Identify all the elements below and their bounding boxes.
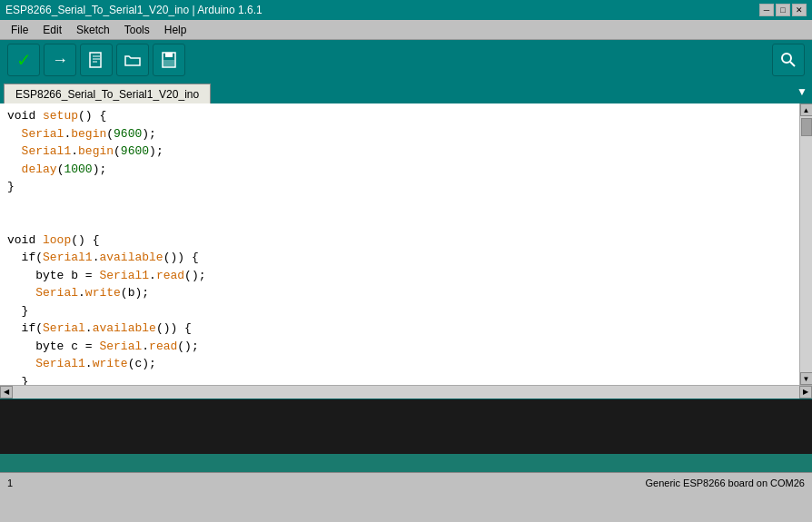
svg-point-7 xyxy=(782,54,791,63)
svg-rect-5 xyxy=(165,53,173,57)
menu-bar: File Edit Sketch Tools Help xyxy=(0,20,812,40)
menu-file[interactable]: File xyxy=(4,22,35,38)
tab-bar: ESP8266_Serial_To_Serial1_V20_ino ▼ xyxy=(0,80,812,103)
title-bar-controls: ─ □ ✕ xyxy=(759,4,807,16)
vertical-scrollbar[interactable]: ▲ ▼ xyxy=(799,103,812,385)
tab-label: ESP8266_Serial_To_Serial1_V20_ino xyxy=(15,88,199,101)
title-bar: ESP8266_Serial_To_Serial1_V20_ino | Ardu… xyxy=(0,0,812,20)
scroll-up-arrow[interactable]: ▲ xyxy=(800,103,813,116)
menu-help[interactable]: Help xyxy=(157,22,194,38)
scroll-left-arrow[interactable]: ◀ xyxy=(0,386,13,399)
console-output xyxy=(0,399,812,454)
new-button[interactable] xyxy=(80,44,113,76)
svg-line-8 xyxy=(790,62,795,66)
save-icon xyxy=(160,51,178,69)
menu-sketch[interactable]: Sketch xyxy=(69,22,117,38)
status-bar: 1 Generic ESP8266 board on COM26 xyxy=(0,472,812,492)
maximize-button[interactable]: □ xyxy=(776,4,790,16)
scroll-right-arrow[interactable]: ▶ xyxy=(799,386,812,399)
verify-button[interactable]: ✓ xyxy=(7,44,40,76)
new-icon xyxy=(87,51,105,69)
search-icon xyxy=(779,51,797,69)
svg-rect-0 xyxy=(90,53,101,67)
horizontal-scrollbar[interactable]: ◀ ▶ xyxy=(0,385,812,398)
scroll-thumb[interactable] xyxy=(801,118,812,136)
search-button[interactable] xyxy=(772,44,805,76)
menu-edit[interactable]: Edit xyxy=(35,22,69,38)
save-button[interactable] xyxy=(153,44,185,76)
editor-content[interactable]: void setup() { Serial.begin(9600); Seria… xyxy=(0,103,799,385)
tab-dropdown-button[interactable]: ▼ xyxy=(792,80,812,103)
open-icon xyxy=(124,51,142,69)
console-area xyxy=(0,398,812,472)
editor-container: void setup() { Serial.begin(9600); Seria… xyxy=(0,103,812,385)
scroll-track xyxy=(13,386,799,399)
upload-button[interactable]: → xyxy=(44,44,76,76)
toolbar: ✓ → xyxy=(0,40,812,80)
minimize-button[interactable]: ─ xyxy=(759,4,774,16)
scroll-down-arrow[interactable]: ▼ xyxy=(800,372,813,385)
board-info: Generic ESP8266 board on COM26 xyxy=(646,478,806,488)
line-number: 1 xyxy=(7,478,13,488)
svg-rect-6 xyxy=(163,60,174,66)
title-bar-text: ESP8266_Serial_To_Serial1_V20_ino | Ardu… xyxy=(5,4,262,16)
open-button[interactable] xyxy=(116,44,149,76)
editor-tab[interactable]: ESP8266_Serial_To_Serial1_V20_ino xyxy=(4,84,211,103)
menu-tools[interactable]: Tools xyxy=(117,22,157,38)
close-button[interactable]: ✕ xyxy=(792,4,807,16)
